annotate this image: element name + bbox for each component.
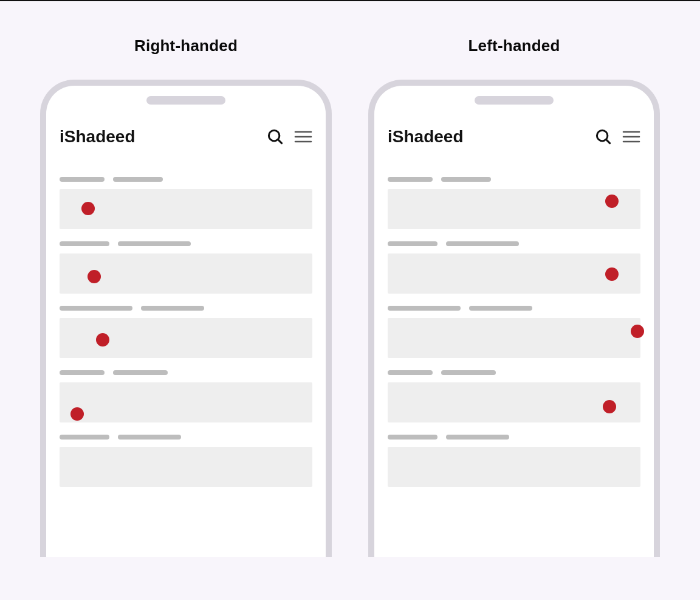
- card[interactable]: [60, 382, 312, 422]
- content-body: [46, 165, 326, 557]
- header-actions: [266, 128, 312, 146]
- touch-dot: [96, 333, 109, 347]
- phone-right-handed: iShadeed: [40, 80, 332, 557]
- top-rule: [0, 0, 700, 1]
- card[interactable]: [60, 318, 312, 358]
- skeleton-bars: [388, 306, 640, 311]
- touch-dot: [88, 270, 101, 283]
- column-right-handed: Right-handed iShadeed: [40, 36, 332, 600]
- skeleton-bars: [60, 177, 312, 182]
- app-header: iShadeed: [388, 123, 640, 150]
- search-icon[interactable]: [594, 128, 612, 146]
- touch-dot: [81, 202, 95, 215]
- search-icon[interactable]: [266, 128, 284, 146]
- touch-dot: [605, 267, 619, 281]
- skeleton-bars: [388, 370, 640, 375]
- title-left-handed: Left-handed: [468, 36, 560, 55]
- card[interactable]: [388, 382, 640, 422]
- list-item: [46, 241, 326, 294]
- content-body: [374, 165, 654, 557]
- card[interactable]: [388, 447, 640, 487]
- list-item: [374, 306, 654, 358]
- list-item: [46, 177, 326, 229]
- list-item: [374, 370, 654, 422]
- skeleton-bars: [60, 435, 312, 440]
- phone-notch: [475, 96, 554, 105]
- skeleton-bars: [388, 241, 640, 246]
- skeleton-bars: [60, 241, 312, 246]
- hamburger-menu-icon[interactable]: [294, 129, 312, 144]
- card[interactable]: [60, 253, 312, 294]
- touch-dot: [70, 407, 84, 421]
- skeleton-bars: [60, 306, 312, 311]
- list-item: [374, 177, 654, 229]
- touch-dot: [605, 195, 619, 208]
- hamburger-menu-icon[interactable]: [622, 129, 640, 144]
- brand-label: iShadeed: [60, 127, 135, 147]
- list-item: [374, 435, 654, 487]
- card[interactable]: [60, 447, 312, 487]
- svg-line-1: [278, 140, 282, 143]
- touch-dot: [631, 325, 644, 338]
- skeleton-bars: [388, 435, 640, 440]
- svg-line-6: [606, 140, 610, 143]
- list-item: [46, 306, 326, 358]
- title-right-handed: Right-handed: [134, 36, 238, 55]
- phone-notch: [146, 96, 225, 105]
- brand-label: iShadeed: [388, 127, 463, 147]
- column-left-handed: Left-handed iShadeed: [368, 36, 660, 600]
- header-actions: [594, 128, 640, 146]
- touch-dot: [603, 400, 616, 413]
- card[interactable]: [60, 189, 312, 229]
- skeleton-bars: [388, 177, 640, 182]
- list-item: [374, 241, 654, 294]
- phone-left-handed: iShadeed: [368, 80, 660, 557]
- list-item: [46, 370, 326, 422]
- card[interactable]: [388, 253, 640, 294]
- card[interactable]: [388, 318, 640, 358]
- skeleton-bars: [60, 370, 312, 375]
- list-item: [46, 435, 326, 487]
- card[interactable]: [388, 189, 640, 229]
- diagram-stage: Right-handed iShadeed: [0, 0, 700, 600]
- app-header: iShadeed: [60, 123, 312, 150]
